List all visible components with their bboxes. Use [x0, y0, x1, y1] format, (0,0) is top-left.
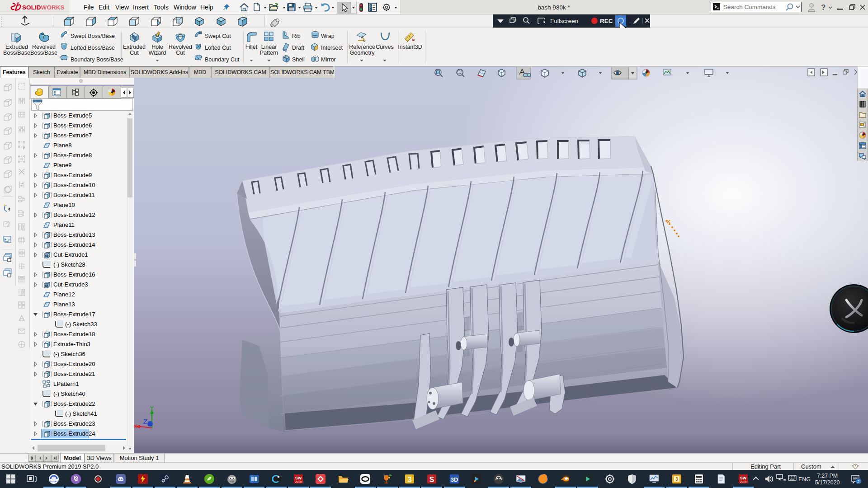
svg-text:3: 3 [408, 476, 412, 483]
svg-text:SW: SW [740, 476, 747, 480]
svg-text:REC: REC [600, 18, 613, 24]
svg-text:SW: SW [295, 476, 302, 480]
svg-text:ENG: ENG [798, 476, 811, 483]
svg-text:7:27 PM: 7:27 PM [817, 473, 838, 479]
svg-text:Fullscreen: Fullscreen [550, 18, 578, 24]
svg-text:S: S [429, 476, 434, 483]
svg-text:3: 3 [675, 477, 678, 482]
svg-text:5/17/2020: 5/17/2020 [815, 479, 840, 486]
svg-text:?: ? [821, 3, 826, 12]
svg-text:SOLIDWORKS: SOLIDWORKS [22, 4, 65, 11]
svg-text:2019: 2019 [740, 480, 747, 483]
svg-text:3D: 3D [451, 476, 458, 483]
svg-text:trocen: trocen [50, 480, 58, 483]
svg-text:2019: 2019 [295, 480, 302, 483]
svg-text:2: 2 [857, 479, 859, 484]
